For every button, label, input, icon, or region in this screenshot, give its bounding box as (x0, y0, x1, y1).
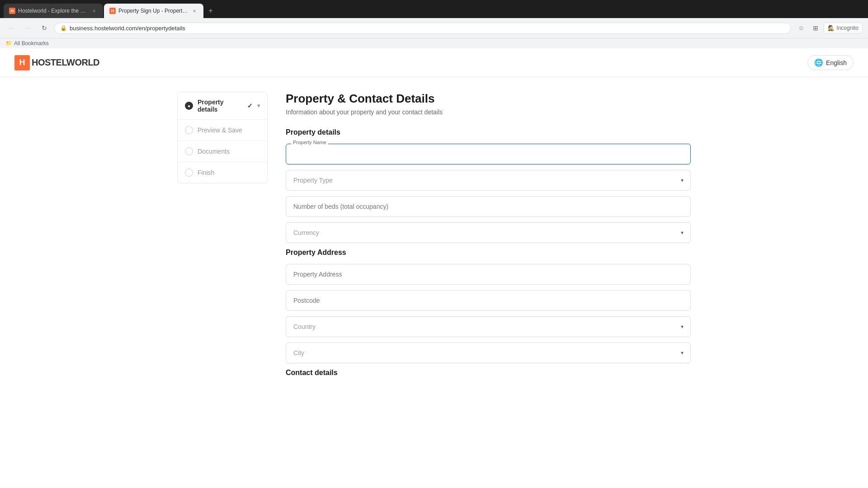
property-details-section-title: Property details (286, 128, 691, 136)
property-name-group: Property Name (286, 144, 691, 164)
city-group: City ▾ (286, 343, 691, 363)
tab-close-2[interactable]: ✕ (191, 7, 198, 14)
browser-toolbar-right: ☆ ⊞ 🕵 Incognito (795, 22, 863, 34)
beds-group (286, 196, 691, 217)
address-bar[interactable]: 🔒 business.hostelworld.com/en/propertyde… (54, 23, 791, 34)
incognito-label: Incognito (836, 25, 859, 31)
expand-icon-1: ▾ (257, 103, 260, 109)
sidebar-label-documents: Documents (198, 148, 260, 155)
browser-chrome: H Hostelworld - Explore the worl... ✕ H … (0, 0, 868, 48)
browser-tabs: H Hostelworld - Explore the worl... ✕ H … (0, 0, 868, 18)
new-tab-button[interactable]: + (204, 5, 217, 17)
logo-text: HOSTELWORLD (32, 57, 99, 68)
tab-favicon-2: H (109, 8, 116, 14)
site-header: H HOSTELWORLD 🌐 English (0, 48, 868, 77)
incognito-icon: 🕵 (828, 25, 835, 31)
extensions-button[interactable]: ⊞ (809, 22, 822, 34)
main-layout: ● Property details ✓ ▾ Preview & Save Do… (163, 77, 705, 399)
address-input[interactable] (286, 264, 691, 285)
step-indicator-4 (185, 169, 193, 177)
logo-box: H (14, 55, 30, 70)
page-subtitle: Information about your property and your… (286, 108, 691, 116)
lock-icon: 🔒 (60, 25, 67, 31)
tab-title-2: Property Sign Up - Property an... (118, 8, 188, 14)
property-type-group: Property Type ▾ (286, 170, 691, 191)
property-name-label: Property Name (291, 140, 328, 145)
bookmarks-folder-icon: 📁 (5, 40, 12, 47)
sidebar-item-finish[interactable]: Finish (178, 162, 267, 183)
postcode-input[interactable] (286, 290, 691, 311)
country-select[interactable]: Country (286, 316, 691, 337)
step-indicator-1: ● (185, 102, 193, 110)
property-name-input[interactable] (286, 144, 691, 164)
step-dot-icon: ● (188, 103, 190, 108)
sidebar-label-finish: Finish (198, 169, 260, 176)
reload-button[interactable]: ↻ (38, 22, 51, 34)
globe-icon: 🌐 (814, 58, 823, 67)
contact-details-section-title: Contact details (286, 369, 691, 377)
language-selector[interactable]: 🌐 English (807, 55, 854, 70)
bookmarks-bar: 📁 All Bookmarks (0, 38, 868, 48)
incognito-badge: 🕵 Incognito (824, 23, 863, 33)
sidebar-label-preview-save: Preview & Save (198, 127, 260, 134)
bookmarks-label: All Bookmarks (14, 40, 49, 47)
city-select[interactable]: City (286, 343, 691, 363)
browser-toolbar: ← → ↻ 🔒 business.hostelworld.com/en/prop… (0, 18, 868, 38)
beds-input[interactable] (286, 196, 691, 217)
sidebar-item-documents[interactable]: Documents (178, 141, 267, 162)
browser-tab-1[interactable]: H Hostelworld - Explore the worl... ✕ (4, 4, 103, 18)
step-indicator-2 (185, 126, 193, 134)
property-details-section: Property details Property Name Property … (286, 128, 691, 243)
contact-details-section: Contact details (286, 369, 691, 377)
sidebar-card: ● Property details ✓ ▾ Preview & Save Do… (177, 92, 268, 183)
language-label: English (826, 59, 847, 66)
bookmark-star-button[interactable]: ☆ (795, 22, 807, 34)
property-address-section-title: Property Address (286, 249, 691, 257)
tab-title-1: Hostelworld - Explore the worl... (18, 8, 88, 14)
sidebar-item-preview-save[interactable]: Preview & Save (178, 120, 267, 141)
property-type-select[interactable]: Property Type (286, 170, 691, 191)
page-title: Property & Contact Details (286, 92, 691, 106)
page-content: H HOSTELWORLD 🌐 English ● Property detai… (0, 48, 868, 432)
browser-tab-2[interactable]: H Property Sign Up - Property an... ✕ (104, 4, 203, 18)
forward-button[interactable]: → (22, 22, 34, 34)
postcode-group (286, 290, 691, 311)
address-url: business.hostelworld.com/en/propertydeta… (70, 25, 185, 32)
back-button[interactable]: ← (5, 22, 18, 34)
form-area: Property & Contact Details Information a… (286, 92, 691, 384)
step-indicator-3 (185, 147, 193, 155)
tab-favicon-1: H (9, 8, 15, 14)
check-icon-1: ✓ (247, 102, 253, 109)
property-address-section: Property Address Country ▾ (286, 249, 691, 363)
tab-close-1[interactable]: ✕ (90, 7, 98, 14)
logo-container: H HOSTELWORLD (14, 55, 99, 70)
currency-group: Currency ▾ (286, 222, 691, 243)
country-group: Country ▾ (286, 316, 691, 337)
sidebar-label-property-details: Property details (198, 99, 243, 113)
currency-select[interactable]: Currency (286, 222, 691, 243)
sidebar-item-property-details[interactable]: ● Property details ✓ ▾ (178, 92, 267, 120)
address-group (286, 264, 691, 285)
sidebar: ● Property details ✓ ▾ Preview & Save Do… (177, 92, 268, 384)
